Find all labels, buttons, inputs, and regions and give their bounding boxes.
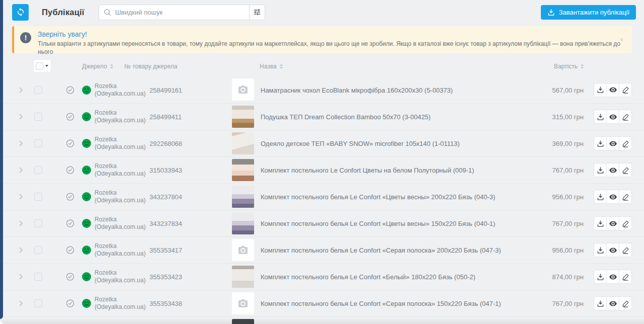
- expand-chevron[interactable]: [17, 165, 25, 175]
- eye-icon: [609, 246, 617, 255]
- row-checkbox[interactable]: [34, 246, 42, 254]
- check-circle-icon: [66, 246, 74, 255]
- edit-row-button[interactable]: [619, 243, 632, 257]
- edit-row-button[interactable]: [619, 296, 632, 310]
- filter-button[interactable]: [250, 5, 265, 20]
- row-checkbox[interactable]: [34, 113, 42, 121]
- table-row: Rozetka(Odeyalka.com.ua) 258499161 Намат…: [0, 76, 644, 103]
- banner-body: Зверніть увагу! Тільки варіанти з артику…: [38, 30, 632, 56]
- download-icon: [597, 113, 604, 121]
- row-checkbox[interactable]: [34, 166, 42, 174]
- product-name: Комплект постельного белья Le Confort «Ц…: [261, 193, 513, 201]
- edit-row-button[interactable]: [619, 83, 632, 97]
- pencil-icon: [622, 86, 629, 94]
- row-checkbox[interactable]: [34, 299, 42, 307]
- banner-title: Зверніть увагу!: [38, 30, 632, 39]
- download-icon: [597, 167, 604, 174]
- eye-icon: [609, 113, 617, 121]
- view-row-button[interactable]: [606, 163, 619, 177]
- edit-row-button[interactable]: [619, 190, 632, 204]
- camera-icon: [237, 297, 249, 309]
- download-row-button[interactable]: [594, 270, 607, 284]
- download-row-button[interactable]: [594, 83, 607, 97]
- table-row: Rozetka(Odeyalka.com.ua) 355353417 Компл…: [0, 236, 644, 263]
- product-name: Комплект постельного белья Le Confort «С…: [261, 247, 513, 254]
- edit-row-button[interactable]: [619, 136, 632, 150]
- expand-chevron[interactable]: [17, 218, 25, 228]
- product-name: Наматрасник чохол EcoBlank мікрофібра 16…: [261, 86, 513, 94]
- download-row-button[interactable]: [594, 296, 607, 310]
- rozetka-logo-icon: [82, 246, 91, 255]
- pencil-icon: [622, 273, 629, 281]
- select-all-checkbox[interactable]: [36, 62, 43, 70]
- view-row-button[interactable]: [606, 136, 619, 150]
- app-root: Публікації Завантажити публікації ! Звер…: [0, 0, 644, 324]
- search-input[interactable]: [99, 5, 250, 20]
- product-name: Комплект постельного белья Le Confort «Б…: [261, 273, 513, 281]
- table-row-partial: [0, 316, 644, 324]
- row-checkbox[interactable]: [34, 219, 42, 227]
- sidebar-edge: [0, 0, 3, 319]
- row-checkbox[interactable]: [34, 273, 42, 281]
- product-thumbnail: [232, 106, 254, 128]
- row-checkbox[interactable]: [34, 139, 42, 147]
- row-checkbox[interactable]: [34, 86, 42, 94]
- column-header-price[interactable]: Вартість: [554, 63, 584, 70]
- download-row-button[interactable]: [594, 110, 607, 124]
- view-row-button[interactable]: [606, 190, 619, 204]
- edit-row-button[interactable]: [619, 270, 632, 284]
- download-row-button[interactable]: [594, 216, 607, 230]
- eye-icon: [609, 139, 617, 148]
- select-all-control[interactable]: [33, 59, 51, 72]
- edit-row-button[interactable]: [619, 110, 632, 124]
- table-row: Rozetka(Odeyalka.com.ua) 292268068 Одеял…: [0, 130, 644, 156]
- close-icon[interactable]: ×: [619, 36, 624, 43]
- product-name: Комплект постельного белья Le Confort «С…: [261, 300, 513, 307]
- check-circle-icon: [66, 166, 74, 175]
- check-circle-icon: [66, 193, 74, 201]
- view-row-button[interactable]: [606, 110, 619, 124]
- view-row-button[interactable]: [606, 296, 619, 310]
- column-header-source[interactable]: Джерело: [82, 63, 113, 70]
- edit-row-button[interactable]: [619, 163, 632, 177]
- edit-row-button[interactable]: [619, 216, 632, 230]
- row-actions: [594, 163, 632, 177]
- expand-chevron[interactable]: [17, 272, 25, 282]
- view-row-button[interactable]: [606, 243, 619, 257]
- eye-icon: [609, 193, 617, 201]
- row-actions: [594, 296, 632, 310]
- expand-chevron[interactable]: [17, 298, 25, 308]
- download-icon: [597, 220, 604, 227]
- download-row-button[interactable]: [594, 190, 607, 204]
- download-row-button[interactable]: [594, 243, 607, 257]
- download-row-button[interactable]: [594, 163, 607, 177]
- expand-chevron[interactable]: [17, 85, 25, 95]
- row-checkbox[interactable]: [34, 193, 42, 201]
- quick-search: [99, 5, 265, 20]
- view-row-button[interactable]: [606, 270, 619, 284]
- product-price: 767,00 грн: [552, 167, 584, 174]
- view-row-button[interactable]: [606, 83, 619, 97]
- expand-chevron[interactable]: [17, 112, 25, 122]
- column-header-name[interactable]: Назва: [260, 63, 283, 70]
- source-cell: Rozetka(Odeyalka.com.ua): [95, 296, 145, 311]
- download-icon: [547, 9, 555, 16]
- product-thumbnail: [232, 132, 254, 154]
- product-price: 956,00 грн: [552, 247, 584, 254]
- check-circle-icon: [66, 139, 74, 148]
- source-number-cell: 343237834: [149, 220, 182, 227]
- product-price: 767,00 грн: [552, 220, 584, 227]
- download-icon: [597, 86, 604, 94]
- column-label: Назва: [260, 63, 277, 70]
- expand-chevron[interactable]: [17, 245, 25, 255]
- notice-banner: ! Зверніть увагу! Тільки варіанти з арти…: [12, 26, 632, 53]
- column-label: Джерело: [82, 63, 107, 70]
- expand-chevron[interactable]: [17, 192, 25, 202]
- download-row-button[interactable]: [594, 136, 607, 150]
- publications-table: Rozetka(Odeyalka.com.ua) 258499161 Намат…: [0, 76, 644, 324]
- download-publications-button[interactable]: Завантажити публікації: [541, 5, 636, 20]
- view-row-button[interactable]: [606, 216, 619, 230]
- rozetka-logo-icon: [82, 166, 91, 175]
- expand-chevron[interactable]: [17, 138, 25, 148]
- refresh-button[interactable]: [12, 4, 29, 21]
